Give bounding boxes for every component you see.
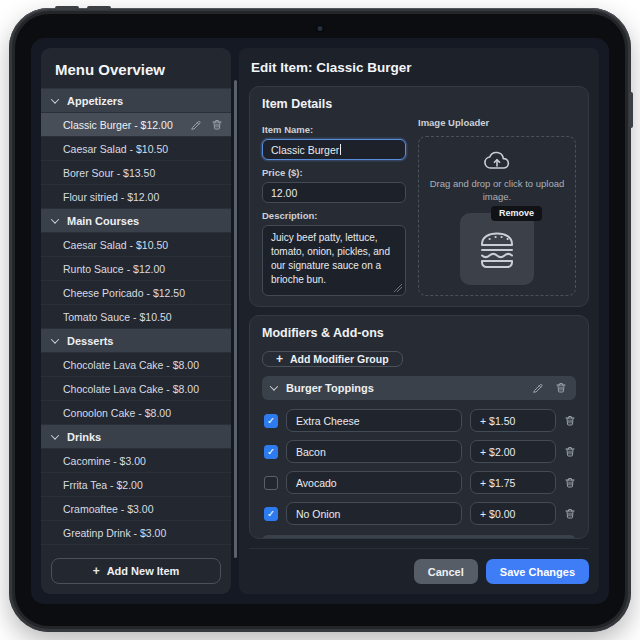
modifier-checkbox[interactable]: ✓ (264, 445, 278, 459)
sidebar-item[interactable]: Caesar Salad - $10.50 (41, 233, 231, 257)
plus-icon: + (93, 564, 100, 578)
sidebar-title: Menu Overview (41, 48, 231, 89)
sidebar-item-label: Chocolate Lava Cake - $8.00 (63, 383, 199, 395)
modifiers-card: Modifiers & Add-ons + Add Modifier Group… (249, 315, 589, 539)
edit-group-icon[interactable] (532, 382, 544, 394)
sidebar-section-label: Main Courses (67, 215, 139, 227)
sidebar-item[interactable]: Chocolate Lava Cake - $8.00 (41, 377, 231, 401)
sidebar-item[interactable]: Frrita Tea - $2.00 (41, 473, 231, 497)
delete-item-icon[interactable] (211, 118, 223, 131)
sidebar-item[interactable]: Runto Sauce - $12.00 (41, 257, 231, 281)
front-camera (318, 26, 323, 31)
modifier-name-input[interactable]: No Onion (286, 502, 462, 525)
modifier-name-input[interactable]: Bacon (286, 440, 462, 463)
sidebar-item-label: Caesar Salad - $10.50 (63, 239, 168, 251)
modifier-checkbox[interactable]: ✓ (264, 507, 278, 521)
item-name-label: Item Name: (262, 124, 406, 135)
sidebar-section-desserts[interactable]: Desserts (41, 329, 231, 353)
sidebar-item[interactable]: Cheese Poricado - $12.50 (41, 281, 231, 305)
modifier-group-header-burger-toppings[interactable]: Burger Toppings (262, 376, 576, 400)
image-dropzone[interactable]: Drag and drop or click to upload image. … (418, 136, 576, 296)
item-fields: Item Name: Classic Burger Price ($): 12.… (262, 117, 406, 296)
add-new-item-button[interactable]: + Add New Item (51, 558, 221, 584)
delete-modifier-icon[interactable] (564, 414, 576, 427)
page-title: Edit Item: Classic Burger (251, 60, 587, 75)
item-details-grid: Item Name: Classic Burger Price ($): 12.… (262, 117, 576, 296)
sidebar-item[interactable]: Borer Sour - $13.50 (41, 161, 231, 185)
chevron-down-icon (51, 335, 59, 343)
modifier-price-input[interactable]: + $1.75 (470, 471, 556, 494)
modifier-group-bun-choice: Bun Choice (262, 535, 576, 539)
sidebar-section-label: Desserts (67, 335, 113, 347)
sidebar-section-appetizers[interactable]: Appetizers (41, 89, 231, 113)
edit-item-panel: Edit Item: Classic Burger Item Details I… (239, 48, 599, 594)
menu-list: AppetizersClassic Burger - $12.00Caesar … (41, 89, 231, 549)
sidebar-item-label: Caesar Salad - $10.50 (63, 143, 168, 155)
modifier-name-input[interactable]: Extra Cheese (286, 409, 462, 432)
modifier-group-header-bun-choice[interactable]: Bun Choice (262, 535, 576, 539)
delete-group-icon[interactable] (555, 381, 567, 394)
remove-image-button[interactable]: Remove (491, 206, 542, 221)
modifier-price-input[interactable]: + $1.50 (470, 409, 556, 432)
modifier-rows: ✓Extra Cheese+ $1.50✓Bacon+ $2.00Avocado… (262, 400, 576, 526)
sidebar-item-label: Borer Sour - $13.50 (63, 167, 155, 179)
burger-icon (474, 228, 520, 270)
delete-modifier-icon[interactable] (564, 476, 576, 489)
item-name-input[interactable]: Classic Burger (262, 139, 406, 160)
modifier-row: ✓No Onion+ $0.00 (262, 502, 576, 526)
sidebar-item[interactable]: Caesar Salad - $10.50 (41, 137, 231, 161)
sidebar-footer: + Add New Item (41, 549, 231, 594)
volume-down-button (87, 6, 111, 10)
chevron-down-icon (51, 215, 59, 223)
delete-modifier-icon[interactable] (564, 507, 576, 520)
add-modifier-group-button[interactable]: + Add Modifier Group (262, 351, 403, 367)
sidebar-item-label: Chocolate Lava Cake - $8.00 (63, 359, 199, 371)
sidebar-scrollbar[interactable] (234, 80, 237, 558)
sidebar-item[interactable]: Greatinp Drink - $3.00 (41, 521, 231, 545)
modifier-checkbox[interactable] (264, 476, 278, 490)
price-label: Price ($): (262, 167, 406, 178)
item-name-value: Classic Burger (271, 144, 339, 156)
sidebar-item[interactable]: Tomato Sauce - $10.50 (41, 305, 231, 329)
power-button (629, 92, 633, 128)
sidebar-item-actions (190, 118, 223, 131)
sidebar-item-label: Classic Burger - $12.00 (63, 119, 173, 131)
item-image-thumbnail: Remove (460, 213, 534, 285)
action-footer: Cancel Save Changes (249, 548, 589, 584)
price-input[interactable]: 12.00 (262, 182, 406, 203)
save-changes-button[interactable]: Save Changes (486, 559, 589, 584)
modifier-price-input[interactable]: + $0.00 (470, 502, 556, 525)
sidebar-item-label: Frrita Tea - $2.00 (63, 479, 143, 491)
description-label: Description: (262, 210, 406, 221)
menu-sidebar: Menu Overview AppetizersClassic Burger -… (41, 48, 231, 594)
text-cursor (340, 144, 341, 155)
description-textarea[interactable]: Juicy beef patty, lettuce, tomato, onion… (262, 225, 406, 296)
modifier-price-input[interactable]: + $2.00 (470, 440, 556, 463)
item-details-title: Item Details (262, 97, 576, 111)
delete-modifier-icon[interactable] (564, 445, 576, 458)
app-screen: Menu Overview AppetizersClassic Burger -… (31, 38, 609, 604)
sidebar-item-label: Cacomine - $3.00 (63, 455, 146, 467)
tablet-bezel: Menu Overview AppetizersClassic Burger -… (15, 14, 625, 626)
sidebar-item[interactable]: Cacomine - $3.00 (41, 449, 231, 473)
sidebar-section-label: Appetizers (67, 95, 123, 107)
sidebar-section-drinks[interactable]: Drinks (41, 425, 231, 449)
cloud-upload-icon (483, 149, 511, 171)
sidebar-item[interactable]: Classic Burger - $12.00 (41, 113, 231, 137)
page: Menu Overview AppetizersClassic Burger -… (0, 0, 640, 640)
sidebar-item[interactable]: Chocolate Lava Cake - $8.00 (41, 353, 231, 377)
sidebar-section-label: Drinks (67, 431, 101, 443)
edit-item-icon[interactable] (190, 119, 202, 131)
sidebar-item[interactable]: Flour sitried - $12.00 (41, 185, 231, 209)
modifier-name-input[interactable]: Avocado (286, 471, 462, 494)
sidebar-section-main-courses[interactable]: Main Courses (41, 209, 231, 233)
sidebar-item[interactable]: Cramoaftee - $3.00 (41, 497, 231, 521)
modifier-row: ✓Extra Cheese+ $1.50 (262, 409, 576, 433)
add-modifier-group-label: Add Modifier Group (290, 353, 389, 365)
chevron-down-icon (270, 382, 278, 390)
sidebar-item[interactable]: Conoolon Cake - $8.00 (41, 401, 231, 425)
cancel-button[interactable]: Cancel (414, 559, 478, 584)
sidebar-item-label: Greatinp Drink - $3.00 (63, 527, 166, 539)
image-uploader-label: Image Uploader (418, 117, 576, 128)
modifier-checkbox[interactable]: ✓ (264, 414, 278, 428)
